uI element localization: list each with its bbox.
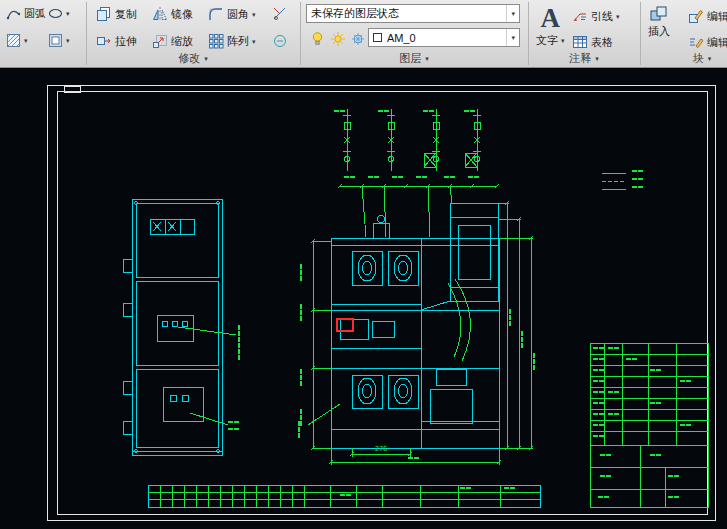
cabinet-section-view[interactable] [331,203,499,448]
chevron-down-icon: ▾ [561,37,565,44]
scale-label: 缩放 [171,34,193,49]
scale-button[interactable]: 缩放 [148,30,197,52]
chevron-down-icon: ▾ [425,55,429,62]
pattern-button[interactable]: ▾ [44,30,74,51]
layer-freeze-button[interactable] [346,28,370,50]
chevron-down-icon: ▾ [252,38,256,45]
table-label: 表格 [591,35,613,50]
sun-icon [330,31,346,47]
ribbon-bar: 圆弧 ▾ ▾ ▾ 复制 镜像 圆角 ▾ 拉伸 缩放 阵列 ▾ [0,0,727,68]
current-layer-value: AM_0 [387,32,416,44]
panel-label-layers[interactable]: 图层 ▾ [399,51,429,66]
fillet-label: 圆角 [227,7,249,22]
mirror-label: 镜像 [171,7,193,22]
text-button[interactable]: A 文字 ▾ [532,2,569,51]
leader-button[interactable]: 引线 ▾ [568,5,624,27]
leader-icon [572,8,588,24]
chevron-down-icon: ▾ [506,29,515,46]
table-icon [572,34,588,50]
ellipse-button[interactable]: ▾ [44,3,74,24]
chevron-down-icon: ▾ [595,55,599,62]
dimension-value: 276 [375,445,388,453]
stretch-button[interactable]: 拉伸 [92,30,141,52]
chevron-down-icon: ▾ [708,55,712,62]
stretch-label: 拉伸 [115,34,137,49]
selected-entity-highlight[interactable] [337,319,353,331]
legend-notes[interactable] [602,170,643,189]
ellipse-icon [48,6,63,21]
drawing-area[interactable]: 276 [0,69,727,529]
panel-separator [300,2,301,65]
array-button[interactable]: 阵列 ▾ [204,30,260,52]
copy-button[interactable]: 复制 [92,3,141,25]
fillet-button[interactable]: 圆角 ▾ [204,3,260,25]
snowflake-icon [350,31,366,47]
attribute-edit-button[interactable]: 编辑 [684,31,727,53]
insert-label: 插入 [648,24,670,39]
attribute-edit-label: 编辑 [707,35,727,50]
hatch-icon [6,33,21,48]
mirror-icon [152,6,168,22]
arc-label: 圆弧 [24,6,46,21]
chevron-down-icon: ▾ [252,11,256,18]
offset-button[interactable] [268,30,292,52]
dimension-annotations[interactable]: 276 [298,176,535,465]
array-icon [208,33,224,49]
arc-icon [6,6,21,21]
layer-color-swatch [373,33,382,42]
parts-table[interactable] [148,485,540,507]
mirror-button[interactable]: 镜像 [148,3,197,25]
offset-icon [272,33,288,49]
attribute-edit-icon [688,34,704,50]
panel-label-annotate[interactable]: 注释 ▾ [569,51,599,66]
schematic-diagrams[interactable] [334,109,481,171]
panel-label-block[interactable]: 块 ▾ [693,51,712,66]
layer-state-dropdown[interactable]: 未保存的图层状态 ▾ [306,4,520,23]
chevron-down-icon: ▾ [204,55,208,62]
block-edit-button[interactable]: 编辑 [684,5,727,27]
hatch-button[interactable]: ▾ [2,30,32,51]
drawing-viewport[interactable]: 276 [0,69,727,529]
block-edit-label: 编辑 [707,9,727,24]
table-button[interactable]: 表格 [568,31,617,53]
text-label: 文字 [536,33,558,48]
fillet-icon [208,6,224,22]
cabinet-front-view[interactable] [123,199,240,455]
block-edit-icon [688,8,704,24]
panel-label-modify[interactable]: 修改 ▾ [178,51,208,66]
gradient-fill-icon [48,33,63,48]
title-block[interactable] [590,343,708,507]
panel-separator [640,2,641,65]
copy-icon [96,6,112,22]
arc-button[interactable]: 圆弧 [2,3,50,24]
panel-separator [86,2,87,65]
chevron-down-icon: ▾ [66,37,70,44]
panel-separator [528,2,529,65]
chevron-down-icon: ▾ [506,5,515,22]
array-label: 阵列 [227,34,249,49]
chevron-down-icon: ▾ [24,37,28,44]
stretch-icon [96,33,112,49]
leader-label: 引线 [591,9,613,24]
chevron-down-icon: ▾ [616,13,620,20]
trim-button[interactable] [268,3,292,25]
insert-block-icon [649,5,669,23]
copy-label: 复制 [115,7,137,22]
current-layer-dropdown[interactable]: AM_0 ▾ [368,28,520,47]
insert-block-button[interactable]: 插入 [644,2,674,42]
trim-icon [272,6,288,22]
text-tool-icon: A [541,5,561,32]
chevron-down-icon: ▾ [66,10,70,17]
scale-icon [152,33,168,49]
layer-state-value: 未保存的图层状态 [311,6,399,21]
lightbulb-icon [310,31,325,47]
